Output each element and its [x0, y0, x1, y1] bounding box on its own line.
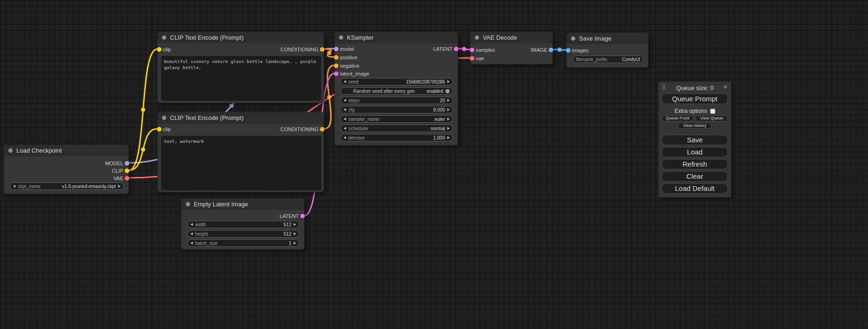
input-slot-negative: negative	[332, 62, 360, 70]
node-empty-latent-titlebar[interactable]: Empty Latent Image	[182, 199, 304, 210]
increment-arrow-icon[interactable]	[294, 242, 296, 245]
input-dot-model[interactable]	[334, 47, 339, 51]
queue-prompt-button[interactable]: Queue Prompt	[662, 93, 728, 104]
next-value-arrow-icon[interactable]	[447, 118, 450, 120]
load-default-button[interactable]: Load Default	[662, 183, 728, 194]
input-dot-latent-image[interactable]	[334, 71, 339, 76]
node-title: CLIP Text Encode (Prompt)	[170, 34, 244, 41]
node-clip-text-encode-positive[interactable]: CLIP Text Encode (Prompt) clip CONDITION…	[157, 32, 324, 103]
output-dot-image[interactable]	[549, 48, 553, 52]
toggle-indicator[interactable]	[445, 89, 450, 93]
positive-prompt-textarea[interactable]: beautiful scenery nature glass bottle la…	[161, 56, 321, 101]
comfy-menu-panel[interactable]: ⣿ Queue size: 0 ✳ Queue Prompt Extra opt…	[658, 82, 731, 197]
collapse-dot[interactable]	[8, 148, 13, 153]
widget-scheduler[interactable]: scheduler normal	[340, 125, 453, 132]
widget-filename-prefix[interactable]: filename_prefix ComfyUI	[572, 56, 643, 63]
node-save-image-titlebar[interactable]: Save Image	[567, 33, 648, 44]
view-history-button[interactable]: View History	[678, 123, 712, 129]
view-queue-button[interactable]: View Queue	[695, 115, 728, 121]
node-clip-positive-titlebar[interactable]: CLIP Text Encode (Prompt)	[158, 32, 324, 43]
input-dot-clip[interactable]	[157, 47, 162, 52]
decrement-arrow-icon[interactable]	[344, 136, 346, 139]
input-slot-model: model	[332, 45, 354, 53]
decrement-arrow-icon[interactable]	[191, 232, 193, 235]
output-dot-conditioning[interactable]	[320, 47, 325, 52]
widget-seed[interactable]: seed 156680208700286	[340, 78, 453, 85]
collapse-dot[interactable]	[186, 202, 190, 206]
node-ksampler[interactable]: KSampler model positive negative latent_…	[334, 32, 458, 146]
widget-steps[interactable]: steps 20	[340, 97, 453, 104]
settings-gear-icon[interactable]: ✳	[723, 84, 728, 91]
input-slot-latent-image: latent_image	[332, 70, 369, 78]
collapse-dot[interactable]	[475, 35, 479, 40]
node-title: Load Checkpoint	[16, 147, 62, 154]
output-dot-conditioning[interactable]	[320, 127, 325, 132]
next-value-arrow-icon[interactable]	[118, 185, 120, 188]
output-dot-clip[interactable]	[125, 168, 129, 173]
node-load-checkpoint-titlebar[interactable]: Load Checkpoint	[4, 145, 128, 156]
widget-ckpt-name[interactable]: ckpt_name v1-5-pruned-emaonly.ckpt	[10, 182, 124, 190]
decrement-arrow-icon[interactable]	[191, 223, 193, 226]
collapse-dot[interactable]	[162, 116, 166, 120]
prev-value-arrow-icon[interactable]	[13, 185, 15, 188]
load-button[interactable]: Load	[662, 147, 728, 157]
decrement-arrow-icon[interactable]	[344, 99, 346, 102]
next-value-arrow-icon[interactable]	[447, 127, 450, 130]
node-vae-decode-titlebar[interactable]: VAE Decode	[471, 32, 552, 43]
clear-button[interactable]: Clear	[662, 171, 728, 182]
extra-options-row: Extra options	[658, 108, 731, 114]
output-dot-latent[interactable]	[454, 47, 459, 51]
output-dot-model[interactable]	[125, 161, 129, 166]
drag-handle-icon[interactable]: ⣿	[662, 84, 666, 90]
input-slot-clip: clip	[155, 125, 171, 133]
input-dot-positive[interactable]	[334, 55, 339, 60]
refresh-button[interactable]: Refresh	[662, 159, 728, 169]
output-dot-latent[interactable]	[300, 214, 305, 218]
node-load-checkpoint[interactable]: Load Checkpoint MODEL CLIP VAE ckpt_name…	[4, 145, 129, 194]
menu-header: ⣿ Queue size: 0 ✳	[658, 82, 731, 92]
increment-arrow-icon[interactable]	[447, 136, 450, 139]
collapse-dot[interactable]	[339, 35, 343, 40]
node-ksampler-titlebar[interactable]: KSampler	[335, 32, 458, 43]
negative-prompt-textarea[interactable]: text, watermark	[161, 136, 321, 190]
node-vae-decode[interactable]: VAE Decode samples vae IMAGE	[470, 32, 553, 64]
decrement-arrow-icon[interactable]	[344, 80, 346, 83]
increment-arrow-icon[interactable]	[294, 232, 296, 235]
extra-options-checkbox[interactable]	[710, 109, 715, 114]
node-clip-negative-titlebar[interactable]: CLIP Text Encode (Prompt)	[158, 112, 324, 124]
collapse-dot[interactable]	[571, 36, 575, 41]
widget-cfg[interactable]: cfg 8.000	[340, 106, 453, 113]
save-button[interactable]: Save	[662, 135, 728, 145]
increment-arrow-icon[interactable]	[447, 99, 450, 102]
decrement-arrow-icon[interactable]	[191, 242, 193, 245]
node-save-image[interactable]: Save Image images filename_prefix ComfyU…	[566, 33, 649, 68]
increment-arrow-icon[interactable]	[447, 80, 450, 83]
widget-height[interactable]: height 512	[187, 230, 299, 238]
widget-random-seed-toggle[interactable]: Random seed after every gen enabled	[340, 87, 453, 95]
increment-arrow-icon[interactable]	[447, 108, 450, 111]
widget-batch-size[interactable]: batch_size 1	[187, 239, 299, 247]
queue-size-label: Queue size: 0	[658, 84, 731, 91]
node-graph-canvas[interactable]: Load Checkpoint MODEL CLIP VAE ckpt_name…	[0, 0, 868, 329]
prev-value-arrow-icon[interactable]	[344, 127, 346, 130]
queue-front-button[interactable]: Queue Front	[662, 115, 693, 121]
input-dot-images[interactable]	[566, 48, 571, 53]
input-dot-negative[interactable]	[334, 63, 339, 68]
widget-sampler-name[interactable]: sampler_name euler	[340, 115, 453, 123]
input-dot-vae[interactable]	[470, 56, 474, 61]
decrement-arrow-icon[interactable]	[344, 108, 346, 111]
input-dot-clip[interactable]	[157, 127, 162, 132]
wire-midpoint-dot	[327, 95, 332, 99]
collapse-dot[interactable]	[162, 35, 166, 40]
widget-denoise[interactable]: denoise 1.000	[340, 134, 453, 141]
node-clip-text-encode-negative[interactable]: CLIP Text Encode (Prompt) clip CONDITION…	[157, 112, 324, 192]
output-dot-vae[interactable]	[125, 176, 129, 181]
increment-arrow-icon[interactable]	[294, 223, 296, 226]
node-empty-latent-image[interactable]: Empty Latent Image LATENT width 512 heig…	[181, 198, 304, 250]
output-slot-image: IMAGE	[531, 46, 555, 54]
widget-width[interactable]: width 512	[187, 221, 299, 228]
node-title: CLIP Text Encode (Prompt)	[170, 114, 244, 121]
prev-value-arrow-icon[interactable]	[344, 118, 346, 120]
output-slot-latent: LATENT	[433, 45, 460, 53]
input-dot-samples[interactable]	[470, 48, 474, 52]
